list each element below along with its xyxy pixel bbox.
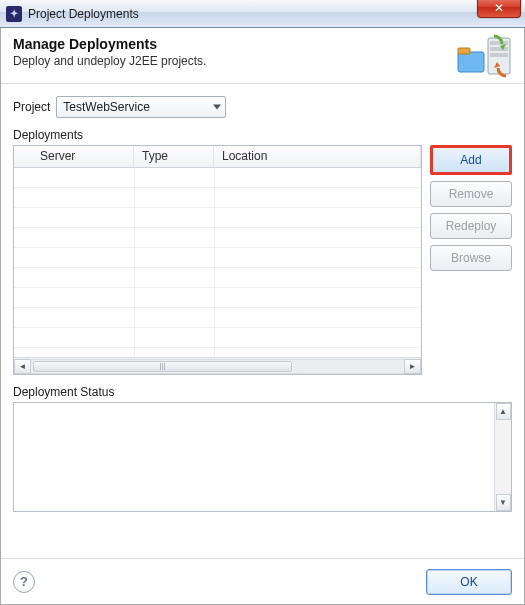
svg-rect-2 (490, 47, 508, 51)
deployments-area: Server Type Location ◄ (13, 145, 512, 375)
header-subtitle: Deploy and undeploy J2EE projects. (13, 54, 512, 68)
dialog-content: Project TestWebService Deployments Serve… (1, 84, 524, 512)
add-button[interactable]: Add (430, 145, 512, 175)
col-server[interactable]: Server (14, 146, 134, 167)
chevron-down-icon (213, 105, 221, 110)
status-label: Deployment Status (13, 385, 512, 399)
status-box[interactable]: ▲ ▼ (13, 402, 512, 512)
scroll-up-button[interactable]: ▲ (496, 403, 511, 420)
project-label: Project (13, 100, 50, 114)
close-button[interactable]: ✕ (477, 0, 521, 18)
scroll-thumb[interactable] (33, 361, 292, 372)
deployments-table[interactable]: Server Type Location ◄ (13, 145, 422, 375)
title-bar: ✦ Project Deployments ✕ (0, 0, 525, 28)
table-header: Server Type Location (14, 146, 421, 168)
dialog-footer: ? OK (1, 558, 524, 604)
scroll-left-button[interactable]: ◄ (14, 359, 31, 374)
svg-rect-5 (458, 48, 470, 54)
redeploy-button[interactable]: Redeploy (430, 213, 512, 239)
side-buttons: Add Remove Redeploy Browse (430, 145, 512, 375)
deploy-icon (454, 34, 514, 78)
browse-button[interactable]: Browse (430, 245, 512, 271)
dialog-body: Manage Deployments Deploy and undeploy J… (0, 28, 525, 605)
horizontal-scrollbar[interactable]: ◄ ► (14, 357, 421, 374)
scroll-right-button[interactable]: ► (404, 359, 421, 374)
col-location[interactable]: Location (214, 146, 421, 167)
col-type[interactable]: Type (134, 146, 214, 167)
close-icon: ✕ (494, 1, 504, 15)
help-button[interactable]: ? (13, 571, 35, 593)
scroll-track[interactable] (31, 359, 404, 374)
window-title: Project Deployments (28, 7, 139, 21)
remove-button[interactable]: Remove (430, 181, 512, 207)
app-icon: ✦ (6, 6, 22, 22)
project-row: Project TestWebService (13, 96, 512, 118)
table-body[interactable] (14, 168, 421, 357)
vertical-scrollbar[interactable]: ▲ ▼ (494, 403, 511, 511)
svg-rect-3 (490, 53, 508, 57)
deployments-label: Deployments (13, 128, 512, 142)
project-combo[interactable]: TestWebService (56, 96, 226, 118)
help-icon: ? (20, 574, 28, 589)
scroll-down-button[interactable]: ▼ (496, 494, 511, 511)
header-title: Manage Deployments (13, 36, 512, 52)
ok-button[interactable]: OK (426, 569, 512, 595)
dialog-header: Manage Deployments Deploy and undeploy J… (1, 28, 524, 84)
svg-rect-4 (458, 52, 484, 72)
project-selected: TestWebService (63, 100, 149, 114)
